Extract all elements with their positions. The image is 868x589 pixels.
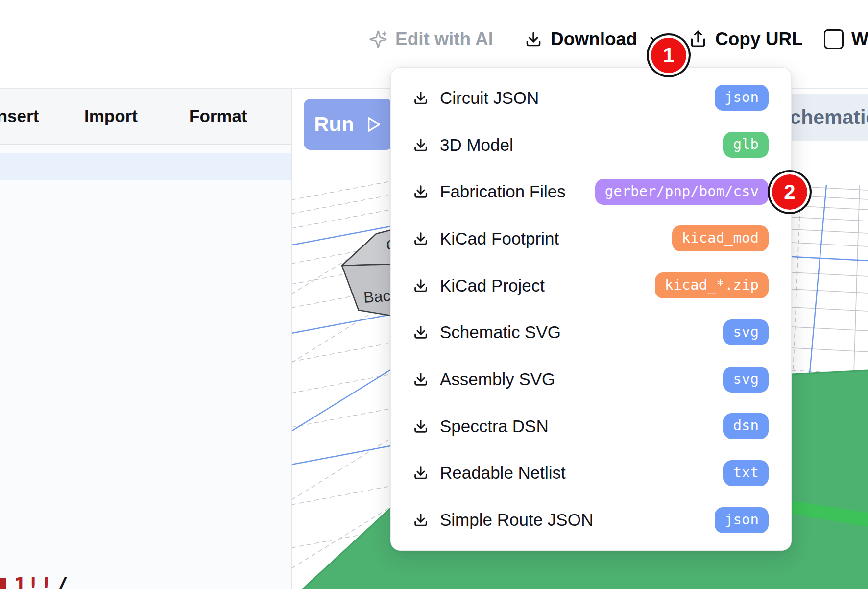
format-badge: txt [723,460,769,486]
menu-item-fabrication-files[interactable]: Fabrication Files gerber/pnp/bom/csv [412,168,769,215]
download-icon [412,418,429,435]
annotation-2-number: 2 [784,180,795,204]
menubar-item-format[interactable]: Format [189,88,247,144]
code-editor-panel[interactable]: Insert Import Format 1!! / [0,88,292,589]
sparkles-icon [369,30,387,49]
menu-item-label: Readable Netlist [440,463,566,483]
menu-item-readable-netlist[interactable]: Readable Netlist txt [412,450,769,497]
format-badge: glb [723,132,769,158]
web-checkbox-group: We [824,0,868,78]
download-icon [412,137,429,153]
download-icon [412,230,429,247]
download-icon [412,183,429,200]
download-icon [412,90,429,106]
app-window: Edit with AI Download Copy URL We Inse [0,0,868,589]
menu-item-schematic-svg[interactable]: Schematic SVG svg [412,309,769,356]
download-label: Download [551,29,637,49]
download-icon [412,324,429,341]
menu-item-kicad-footprint[interactable]: KiCad Footprint kicad_mod [412,215,769,262]
menu-item-label: KiCad Project [440,276,545,295]
download-button[interactable]: Download [524,0,663,78]
format-badge: json [715,85,769,111]
menu-item-label: Specctra DSN [440,417,549,436]
format-badge: svg [723,367,769,393]
menu-item-circuit-json[interactable]: Circuit JSON json [412,74,769,122]
download-icon [412,465,429,481]
editor-error-slash: / [55,575,69,589]
download-icon [412,277,429,294]
download-dropdown-menu: Circuit JSON json 3D Model glb Fabricati… [390,67,792,551]
format-badge: gerber/pnp/bom/csv [595,179,769,205]
share-icon [689,30,707,49]
editor-error-text: 1!! [14,575,52,589]
web-checkbox-label: We [851,29,868,49]
menubar-item-import-label: Import [84,106,138,126]
menu-item-label: KiCad Footprint [440,229,559,248]
menu-item-3d-model[interactable]: 3D Model glb [412,122,769,169]
annotation-circle-1: 1 [651,38,686,73]
menu-item-label: Fabrication Files [440,182,566,201]
editor-error-glyph-stub [0,578,6,589]
menu-item-assembly-svg[interactable]: Assembly SVG svg [412,356,769,403]
editor-highlighted-line [0,153,291,180]
web-checkbox[interactable] [824,29,844,49]
3d-box-front-label: Bac [363,287,391,306]
menubar-item-import[interactable]: Import [84,88,138,144]
menu-item-label: Simple Route JSON [440,510,593,530]
run-button-label: Run [314,113,354,136]
run-button[interactable]: Run [304,99,393,150]
edit-with-ai-label: Edit with AI [395,29,493,49]
menubar-item-insert[interactable]: Insert [0,88,39,144]
menu-item-label: Assembly SVG [440,369,555,389]
menu-item-label: Schematic SVG [440,322,561,342]
download-icon [412,371,429,388]
format-badge: svg [723,319,769,345]
format-badge: dsn [723,413,769,439]
annotation-1-number: 1 [663,44,674,67]
play-icon [363,115,383,134]
menubar-item-insert-label: Insert [0,106,39,126]
menu-item-simple-route-json[interactable]: Simple Route JSON json [412,496,769,543]
menubar-item-format-label: Format [189,106,247,126]
menu-item-kicad-project[interactable]: KiCad Project kicad_*.zip [412,262,769,309]
menu-item-specctra-dsn[interactable]: Specctra DSN dsn [412,403,769,450]
annotation-circle-2: 2 [772,174,807,210]
menu-item-label: Circuit JSON [440,88,539,108]
format-badge: kicad_*.zip [655,272,769,298]
editor-error-fragment: 1!! / [0,575,291,589]
download-icon [412,512,429,528]
edit-with-ai-button[interactable]: Edit with AI [369,0,493,78]
format-badge: json [715,507,769,533]
copy-url-button[interactable]: Copy URL [689,0,803,78]
menu-item-label: 3D Model [440,135,513,155]
editor-menubar: Insert Import Format [0,88,291,145]
format-badge: kicad_mod [672,225,769,251]
download-icon [524,30,543,49]
copy-url-label: Copy URL [715,29,803,49]
